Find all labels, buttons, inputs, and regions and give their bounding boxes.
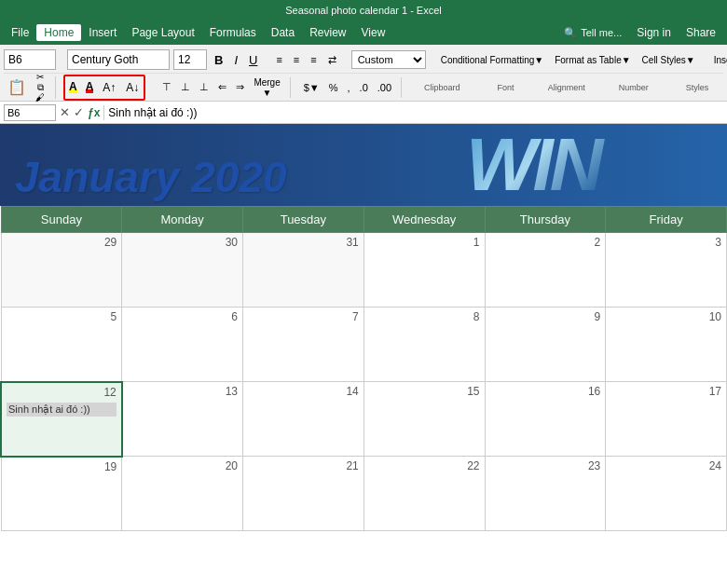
week2-mon[interactable]: 6 (122, 308, 243, 382)
align-center-button[interactable]: ≡ (290, 49, 303, 70)
font-group-row: A A A↑ A↓ (66, 77, 143, 98)
header-friday: Friday (606, 207, 727, 233)
currency-button[interactable]: $▼ (300, 77, 323, 98)
cell-styles-button[interactable]: Cell Styles ▼ (638, 49, 699, 70)
name-box[interactable] (4, 49, 56, 70)
indent-increase-button[interactable]: ⇒ (232, 77, 248, 98)
number-label: Number (600, 83, 667, 92)
menu-data[interactable]: Data (264, 24, 302, 41)
top-align-button[interactable]: ⊤ (158, 77, 175, 98)
ribbon-row2: 📋 ✂ ⧉ 🖌 A A A↑ A↓ (4, 73, 723, 101)
share-btn[interactable]: Share (679, 24, 723, 41)
week2-fri[interactable]: 10 (606, 308, 727, 382)
week3-sun-selected[interactable]: 12 Sinh nhật ai đó :)) (1, 382, 122, 457)
increase-font-button[interactable]: A↑ (99, 77, 119, 98)
week3-tue[interactable]: 14 (243, 382, 364, 457)
alignment-label: Alignment (533, 83, 600, 92)
font-color-button[interactable]: A (83, 79, 97, 95)
decrease-decimal-button[interactable]: .0 (356, 77, 372, 98)
week3-thu[interactable]: 16 (485, 382, 606, 457)
week-3: 12 Sinh nhật ai đó :)) 13 14 15 16 17 18 (1, 382, 727, 457)
align-right-button[interactable]: ≡ (307, 49, 320, 70)
week2-thu[interactable]: 9 (485, 308, 606, 382)
sign-in[interactable]: Sign in (629, 24, 679, 41)
week1-sun[interactable]: 29 (1, 233, 122, 308)
cut-button[interactable]: ✂ (33, 73, 48, 82)
header-tuesday: Tuesday (243, 207, 364, 233)
week3-mon[interactable]: 13 (122, 382, 243, 457)
menu-review[interactable]: Review (302, 24, 353, 41)
italic-button[interactable]: I (230, 49, 241, 70)
week2-tue[interactable]: 7 (243, 308, 364, 382)
week-4: 19 20 21 22 23 24 25 (1, 457, 727, 531)
week1-tue[interactable]: 31 (243, 233, 364, 308)
formula-name-box[interactable] (4, 104, 56, 121)
percent-button[interactable]: % (325, 77, 342, 98)
header-monday: Monday (122, 207, 243, 233)
menu-file[interactable]: File (4, 24, 36, 41)
week4-wed[interactable]: 22 (364, 457, 485, 531)
comma-button[interactable]: , (344, 77, 354, 98)
merge-center-button[interactable]: Merge ▼ (250, 77, 283, 98)
function-icon[interactable]: ƒx (88, 106, 100, 119)
cell-note: Sinh nhật ai đó :)) (7, 403, 117, 417)
font-name-input[interactable] (67, 49, 170, 70)
week1-mon[interactable]: 30 (122, 233, 243, 308)
font-label: Font (479, 83, 533, 92)
week4-tue[interactable]: 21 (243, 457, 364, 531)
week3-fri[interactable]: 17 (606, 382, 727, 457)
bold-button[interactable]: B (211, 49, 226, 70)
menu-bar: File Home Insert Page Layout Formulas Da… (0, 21, 727, 45)
conditional-formatting-button[interactable]: Conditional Formatting ▼ (437, 49, 548, 70)
increase-decimal-button[interactable]: .00 (374, 77, 395, 98)
format-as-table-button[interactable]: Format as Table ▼ (551, 49, 634, 70)
formula-input[interactable] (108, 104, 723, 121)
week4-thu[interactable]: 23 (485, 457, 606, 531)
decrease-font-button[interactable]: A↓ (122, 77, 143, 98)
week1-fri[interactable]: 3 (606, 233, 727, 308)
tell-me[interactable]: 🔍 Tell me... (556, 25, 629, 41)
menu-formulas[interactable]: Formulas (202, 24, 264, 41)
menu-insert[interactable]: Insert (81, 24, 124, 41)
winter-decoration: WIN (466, 124, 727, 206)
fill-color-letter: A (69, 81, 77, 93)
week1-wed[interactable]: 1 (364, 233, 485, 308)
ribbon: B I U ≡ ≡ ≡ ⇄ Custom General Number Curr… (0, 45, 727, 102)
font-size-input[interactable] (173, 49, 207, 70)
alignment-group-row2: ⊤ ⊥ ⊥ ⇐ ⇒ Merge ▼ (153, 77, 290, 98)
wrap-text-button[interactable]: ⇄ (324, 49, 340, 70)
header-sunday: Sunday (1, 207, 122, 233)
week4-mon[interactable]: 20 (122, 457, 243, 531)
number-format-select[interactable]: Custom General Number Currency Accountin… (351, 50, 426, 69)
format-painter-button[interactable]: 🖌 (33, 93, 48, 103)
confirm-formula-icon[interactable]: ✓ (74, 105, 84, 119)
copy-button[interactable]: ⧉ (33, 83, 48, 92)
indent-decrease-button[interactable]: ⇐ (214, 77, 230, 98)
bottom-align-button[interactable]: ⊥ (196, 77, 213, 98)
middle-align-button[interactable]: ⊥ (177, 77, 194, 98)
clipboard-sub-btns: ✂ ⧉ 🖌 (33, 73, 48, 103)
week-2: 5 6 7 8 9 10 11 (1, 308, 727, 382)
week2-sun[interactable]: 5 (1, 308, 122, 382)
formula-separator (103, 105, 104, 120)
week1-thu[interactable]: 2 (485, 233, 606, 308)
menu-home[interactable]: Home (36, 24, 81, 41)
menu-page-layout[interactable]: Page Layout (124, 24, 201, 41)
styles-label: Styles (667, 83, 727, 92)
underline-button[interactable]: U (245, 49, 261, 70)
menu-view[interactable]: View (354, 24, 393, 41)
align-left-button[interactable]: ≡ (272, 49, 285, 70)
fill-color-button[interactable]: A (66, 79, 80, 95)
week3-wed[interactable]: 15 (364, 382, 485, 457)
paste-icon: 📋 (7, 78, 26, 96)
spreadsheet: January 2020 WIN Sunday Monday Tuesday W… (0, 124, 727, 531)
font-group-highlight: A A A↑ A↓ (63, 75, 145, 101)
week2-wed[interactable]: 8 (364, 308, 485, 382)
calendar-title: January 2020 (15, 156, 287, 198)
paste-button[interactable]: 📋 (4, 76, 30, 99)
calendar-header-row: Sunday Monday Tuesday Wednesday Thursday… (1, 207, 727, 233)
cancel-formula-icon[interactable]: ✕ (60, 105, 70, 119)
week4-fri[interactable]: 24 (606, 457, 727, 531)
week4-sun[interactable]: 19 (1, 457, 122, 531)
insert-button[interactable]: Insert ▼ (710, 49, 727, 70)
